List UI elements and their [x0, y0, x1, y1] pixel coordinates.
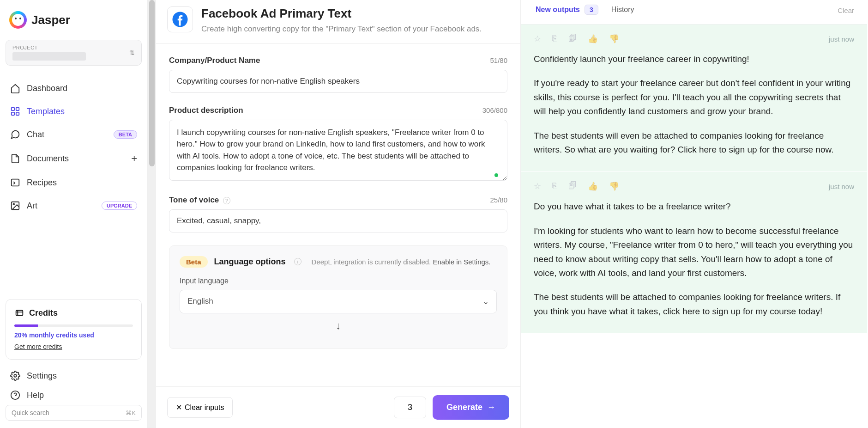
thumbs-up-icon[interactable]: 👍 — [588, 181, 598, 191]
output-tabs: New outputs 3 History Clear — [521, 0, 867, 24]
language-title: Language options — [214, 257, 286, 267]
grammar-ok-icon — [494, 173, 498, 177]
star-icon[interactable]: ☆ — [534, 34, 541, 44]
template-title: Facebook Ad Primary Text — [201, 6, 482, 21]
output-time: just now — [829, 35, 854, 43]
output-panel: New outputs 3 History Clear ☆⎘🗐👍👎just no… — [521, 0, 867, 428]
nav-dashboard[interactable]: Dashboard — [6, 77, 142, 100]
thumbs-down-icon[interactable]: 👎 — [609, 181, 619, 191]
tone-input[interactable] — [169, 209, 507, 232]
credits-usage-text: 20% monthly credits used — [14, 331, 133, 339]
project-selector[interactable]: PROJECT ⇅ — [6, 40, 142, 66]
output-text: Confidently launch your freelance career… — [534, 52, 854, 157]
svg-point-8 — [14, 374, 17, 377]
document-icon — [10, 153, 20, 164]
language-note: DeepL integration is currently disabled.… — [312, 258, 497, 266]
arrow-right-icon: → — [487, 403, 495, 412]
beta-pill: Beta — [180, 256, 208, 268]
sidebar-scrollbar[interactable] — [148, 0, 156, 428]
outputs-list: ☆⎘🗐👍👎just nowConfidently launch your fre… — [521, 24, 867, 428]
output-text: Do you have what it takes to be a freela… — [534, 200, 854, 318]
facebook-icon — [167, 6, 193, 32]
output-card[interactable]: ☆⎘🗐👍👎just nowConfidently launch your fre… — [521, 24, 867, 172]
brand-name: Jasper — [31, 13, 70, 27]
nav-chat[interactable]: Chat BETA — [6, 123, 142, 146]
generate-button[interactable]: Generate → — [433, 395, 509, 420]
select-value: English — [187, 297, 213, 306]
project-label: PROJECT — [12, 45, 135, 50]
credits-icon — [14, 308, 24, 318]
description-count: 306/800 — [482, 106, 507, 114]
nav-label: Chat — [27, 130, 44, 140]
nav-label: Templates — [27, 107, 65, 116]
nav-documents[interactable]: Documents + — [6, 146, 142, 171]
nav-templates[interactable]: Templates — [6, 100, 142, 123]
nav-settings[interactable]: Settings — [6, 366, 142, 385]
copy-icon[interactable]: ⎘ — [552, 181, 557, 191]
chevron-down-icon: ⌄ — [482, 297, 489, 306]
nav-label: Help — [27, 391, 44, 400]
nav-help[interactable]: Help — [6, 385, 142, 405]
company-input[interactable] — [169, 70, 507, 93]
project-name-redacted — [12, 52, 86, 61]
tone-count: 25/80 — [490, 196, 507, 204]
image-icon — [10, 201, 20, 211]
input-language-select[interactable]: English ⌄ — [180, 290, 497, 313]
description-label: Product description — [169, 106, 243, 115]
nav-label: Documents — [27, 154, 69, 164]
nav-art[interactable]: Art UPGRADE — [6, 194, 142, 217]
svg-rect-1 — [16, 108, 19, 110]
logo[interactable]: Jasper — [6, 7, 142, 32]
get-credits-link[interactable]: Get more credits — [14, 343, 62, 350]
delete-icon[interactable]: 🗐 — [568, 34, 577, 44]
output-count-badge: 3 — [585, 5, 598, 15]
input-language-label: Input language — [180, 277, 497, 285]
output-count-input[interactable] — [394, 397, 426, 418]
output-card[interactable]: ☆⎘🗐👍👎just nowDo you have what it takes t… — [521, 172, 867, 334]
credits-progress — [14, 324, 133, 327]
clear-outputs-button[interactable]: Clear — [833, 2, 859, 19]
svg-rect-2 — [12, 112, 14, 115]
gear-icon — [10, 371, 20, 381]
quick-search[interactable]: Quick search ⌘K — [6, 405, 142, 421]
form-footer: ✕ Clear inputs Generate → — [156, 386, 520, 428]
svg-rect-3 — [16, 112, 19, 115]
credits-title: Credits — [14, 308, 133, 318]
tab-history[interactable]: History — [605, 1, 641, 19]
template-panel: Facebook Ad Primary Text Create high con… — [156, 0, 521, 428]
delete-icon[interactable]: 🗐 — [568, 181, 577, 191]
company-label: Company/Product Name — [169, 56, 260, 65]
plus-icon[interactable]: + — [131, 153, 137, 165]
info-icon[interactable]: i — [294, 258, 301, 265]
output-time: just now — [829, 183, 854, 190]
star-icon[interactable]: ☆ — [534, 181, 541, 191]
beta-badge: BETA — [114, 130, 137, 139]
upgrade-badge: UPGRADE — [102, 202, 137, 210]
form-area: Company/Product Name 51/80 Product descr… — [156, 44, 520, 386]
svg-point-6 — [13, 203, 14, 205]
description-input[interactable]: I launch copywriting courses for non-nat… — [169, 120, 507, 181]
tone-label: Tone of voice ? — [169, 196, 230, 205]
info-icon[interactable]: ? — [223, 197, 230, 204]
chat-icon — [10, 129, 20, 140]
clear-inputs-button[interactable]: ✕ Clear inputs — [167, 397, 233, 418]
copy-icon[interactable]: ⎘ — [552, 34, 557, 44]
field-company: Company/Product Name 51/80 — [169, 56, 507, 93]
template-header: Facebook Ad Primary Text Create high con… — [156, 0, 520, 44]
template-subtitle: Create high converting copy for the "Pri… — [201, 24, 482, 35]
chevron-updown-icon: ⇅ — [129, 49, 135, 56]
output-actions: ☆⎘🗐👍👎 — [534, 34, 619, 44]
thumbs-down-icon[interactable]: 👎 — [609, 34, 619, 44]
nav-label: Dashboard — [27, 84, 67, 93]
nav-label: Recipes — [27, 178, 57, 188]
tab-new-outputs[interactable]: New outputs 3 — [529, 0, 605, 20]
terminal-icon — [10, 177, 20, 188]
thumbs-up-icon[interactable]: 👍 — [588, 34, 598, 44]
bottom-nav: Settings Help — [6, 366, 142, 405]
help-icon — [10, 390, 20, 400]
nav-recipes[interactable]: Recipes — [6, 171, 142, 194]
main-nav: Dashboard Templates Chat BETA Documents … — [6, 77, 142, 217]
credits-box: Credits 20% monthly credits used Get mor… — [6, 299, 142, 360]
enable-settings-link[interactable]: Enable in Settings. — [433, 258, 490, 266]
output-actions: ☆⎘🗐👍👎 — [534, 181, 619, 191]
